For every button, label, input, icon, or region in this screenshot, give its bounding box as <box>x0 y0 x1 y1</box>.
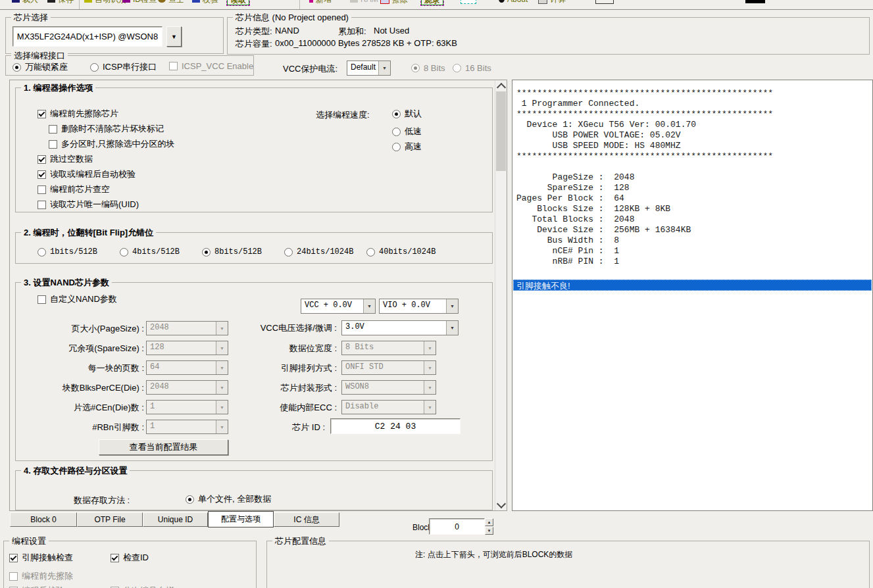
radio-speed-default[interactable] <box>392 110 401 118</box>
radio-single-file-all-data[interactable] <box>186 495 194 504</box>
chip-id-label: 芯片 ID : <box>233 422 325 433</box>
radio-speed-low[interactable] <box>392 128 401 136</box>
radio-icsp-serial[interactable] <box>90 63 99 72</box>
radio-speed-high[interactable] <box>392 143 401 151</box>
toolbar-load-button[interactable]: 载入 <box>12 0 38 4</box>
vcc-voltage-combo[interactable]: 3.0V▼ <box>341 320 459 335</box>
scrollbar-thumb[interactable] <box>496 91 506 171</box>
block-spin-up-button[interactable]: ▲ <box>485 518 493 526</box>
option-erase-selected-partition[interactable]: 多分区时,只擦除选中分区的块 <box>49 138 175 150</box>
checkbox-keep-badblock-marks[interactable] <box>49 125 57 134</box>
option-label: 读取或编程后自动校验 <box>50 168 136 180</box>
radio-24bits-1024b[interactable] <box>284 248 293 257</box>
checkbox-read-uid[interactable] <box>37 201 46 209</box>
rbn-pin-count-label: #RBn引脚数 : <box>36 422 144 433</box>
checkbox-skip-blank-data[interactable] <box>37 155 46 164</box>
interface-option-universal[interactable]: 万能锁紧座 <box>12 61 68 73</box>
checksum-label: 累加和: <box>338 26 366 37</box>
toolbar-tools-button[interactable] <box>461 0 476 4</box>
toolbar-autodetect-button[interactable]: 自动识别 <box>84 0 126 4</box>
speed-option-high[interactable]: 高速 <box>392 141 422 153</box>
block-spin-down-button[interactable]: ▼ <box>485 527 493 535</box>
interface-option-icsp[interactable]: ICSP串行接口 <box>90 61 157 73</box>
checkbox-custom-nand-params[interactable] <box>37 295 46 304</box>
console-line: Blocks Size : 128KB + 8KB <box>516 204 872 214</box>
toolbar-save-button[interactable]: 保存 <box>47 0 74 4</box>
option-check-id[interactable]: 检查ID <box>111 552 149 564</box>
view-config-button[interactable]: 查看当前配置结果 <box>99 439 228 455</box>
custom-nand-option[interactable]: 自定义NAND参数 <box>37 293 117 305</box>
tab-otp-file[interactable]: OTP File <box>77 512 143 527</box>
data-bus-width-value: 8 Bits <box>342 341 424 355</box>
option-skip-blank-data[interactable]: 跳过空数据 <box>37 153 93 165</box>
console-line: PageSize : 2048 <box>516 172 872 183</box>
bitflip-option-2[interactable]: 4bits/512B <box>120 247 180 257</box>
pin-contact-alert: 引脚接触不良! <box>513 280 872 291</box>
tab-ic-info[interactable]: IC 信息 <box>274 512 339 527</box>
toolbar-voltage-button[interactable] <box>595 0 614 4</box>
tab-config-options[interactable]: 配置与选项 <box>208 511 274 527</box>
radio-8bits-512b[interactable] <box>202 248 211 257</box>
speed-option-default[interactable]: 默认 <box>392 108 422 120</box>
toolbar-ram-button[interactable]: RAM <box>350 0 378 4</box>
toolbar-about-button[interactable]: About <box>499 0 528 4</box>
toolbar-program-button[interactable]: 烧录 <box>421 0 443 5</box>
console-line: 1 Programmer Connected. <box>516 99 872 109</box>
option-keep-badblock-marks[interactable]: 删除时不清除芯片坏块标记 <box>49 123 164 135</box>
bitflip-option-4[interactable]: 24bits/1024B <box>284 247 353 257</box>
chip-select-box[interactable]: MX35LF2G24AD(x1+ISP) @WSON8 <box>12 26 162 47</box>
options-panel-scrollbar[interactable] <box>495 80 507 510</box>
checkbox-blank-check-before-program[interactable] <box>37 185 46 194</box>
pin-layout-label: 引脚排列方式 : <box>213 362 337 374</box>
checkbox-pin-contact-check[interactable] <box>9 554 18 562</box>
option-label: 多分区时,只擦除选中分区的块 <box>61 138 175 150</box>
scroll-up-button[interactable] <box>495 80 507 91</box>
vcc-offset-combo[interactable]: VCC + 0.0V▼ <box>301 299 376 314</box>
toolbar-power-button[interactable] <box>745 0 765 3</box>
radio-40bits-1024b[interactable] <box>366 248 375 257</box>
tab-unique-id[interactable]: Unique ID <box>143 512 208 527</box>
toolbar-erase-button[interactable]: 擦除 <box>380 0 408 4</box>
option-auto-verify[interactable]: 读取或编程后自动校验 <box>37 168 136 180</box>
speed-high-label: 高速 <box>405 141 422 153</box>
option-pin-contact-check[interactable]: 引脚接触检查 <box>9 552 73 564</box>
load-icon <box>12 0 20 3</box>
toolbar-read-button[interactable]: 读取 <box>227 0 249 5</box>
checkbox-auto-verify[interactable] <box>37 170 46 179</box>
scroll-down-button[interactable] <box>495 499 507 510</box>
toolbar-idcheck-label: ID检查 <box>133 0 157 4</box>
radio-universal-socket[interactable] <box>12 63 21 72</box>
single-file-all-data-label: 单个文件, 全部数据 <box>198 493 271 505</box>
checkbox-check-id[interactable] <box>111 554 119 562</box>
toolbar-blankcheck-button[interactable]: 查空 <box>158 0 184 4</box>
speed-option-low[interactable]: 低速 <box>392 126 422 137</box>
chip-config-info-group: 芯片配置信息 注: 点击上下箭头，可浏览前后BLOCK的数据 <box>266 541 870 588</box>
checkbox-erase-selected-partition[interactable] <box>49 140 57 149</box>
chevron-up-icon <box>496 83 505 92</box>
id-check-icon <box>122 0 130 3</box>
checkbox-erase-before-program[interactable] <box>37 110 46 118</box>
bitflip-option-3[interactable]: 8bits/512B <box>202 247 262 257</box>
block-number-input[interactable]: 0 <box>429 518 485 535</box>
toolbar-new-button[interactable]: 新增 <box>309 0 332 4</box>
section3-title: 3. 设置NAND芯片参数 <box>21 277 112 289</box>
option-blank-check-before-program[interactable]: 编程前芯片查空 <box>37 184 110 195</box>
method-single-file-option[interactable]: 单个文件, 全部数据 <box>186 493 271 505</box>
option-read-uid[interactable]: 读取芯片唯一编码(UID) <box>37 199 139 210</box>
radio-4bits-512b[interactable] <box>120 248 128 257</box>
tab-block0[interactable]: Block 0 <box>10 512 77 527</box>
chip-id-field[interactable]: C2 24 03 <box>330 418 461 434</box>
chip-select-dropdown-button[interactable]: ▼ <box>166 26 182 47</box>
radio-1bits-512b[interactable] <box>37 248 46 257</box>
toolbar-verify-button[interactable]: 校验 <box>192 0 218 4</box>
data-bus-width-combo: 8 Bits▼ <box>341 341 436 355</box>
bitflip-option-1[interactable]: 1bits/512B <box>37 247 97 257</box>
toolbar-calc-button[interactable]: 计算 <box>538 0 566 4</box>
option-erase-before-program[interactable]: 编程前先擦除芯片 <box>37 108 118 120</box>
vio-offset-combo[interactable]: VIO + 0.0V▼ <box>379 299 459 314</box>
chip-capacity-value: 0x00_11000000 Bytes 278528 KB + OTP: 63K… <box>275 38 457 48</box>
toolbar-verify-label: 校验 <box>203 0 218 4</box>
vcc-protect-combo[interactable]: Default ▼ <box>347 61 391 76</box>
bitflip-option-5[interactable]: 40bits/1024B <box>366 247 436 257</box>
toolbar-idcheck-button[interactable]: ID检查 <box>122 0 157 4</box>
